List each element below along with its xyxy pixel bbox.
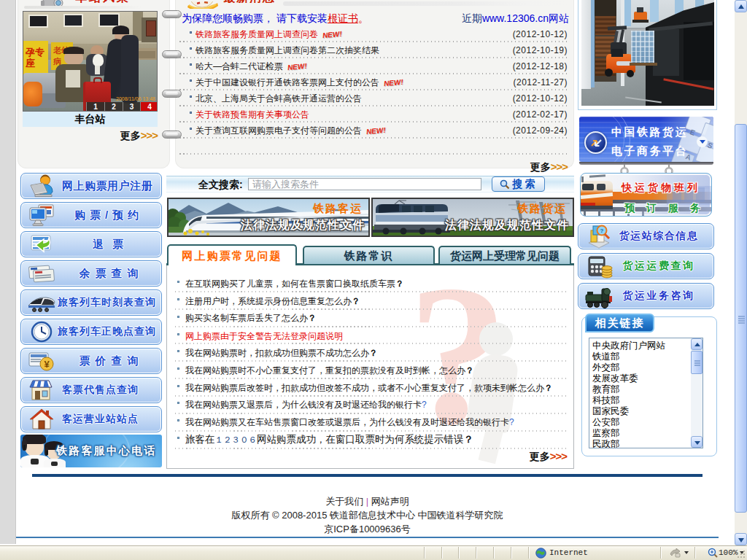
svg-text:?: ? — [600, 228, 604, 234]
svg-text:¥: ¥ — [44, 359, 50, 370]
